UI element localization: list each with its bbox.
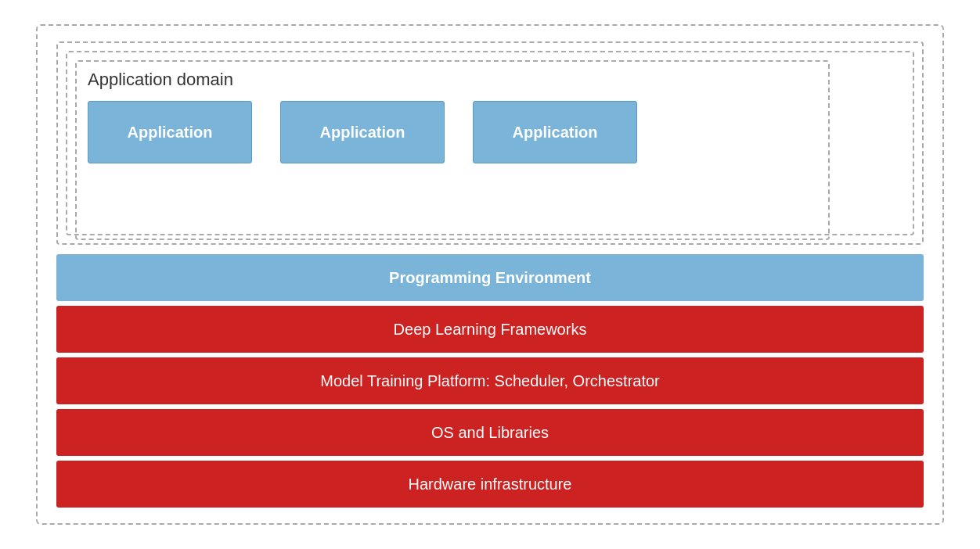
application-box-1: Application [88, 101, 252, 163]
top-section: Application domain Application Applicati… [56, 41, 924, 245]
layers-stack: Programming Environment Deep Learning Fr… [56, 254, 924, 508]
application-box-3: Application [473, 101, 637, 163]
application-box-2: Application [280, 101, 445, 163]
app-domain-label: Application domain [88, 70, 233, 90]
main-diagram: Application domain Application Applicati… [36, 24, 944, 525]
layer-programming-environment: Programming Environment [56, 254, 924, 301]
layer-os-libraries: OS and Libraries [56, 409, 924, 456]
applications-row: Application Application Application [88, 101, 637, 163]
layer-deep-learning: Deep Learning Frameworks [56, 306, 924, 353]
layer-hardware: Hardware infrastructure [56, 461, 924, 508]
layer-model-training: Model Training Platform: Scheduler, Orch… [56, 357, 924, 404]
